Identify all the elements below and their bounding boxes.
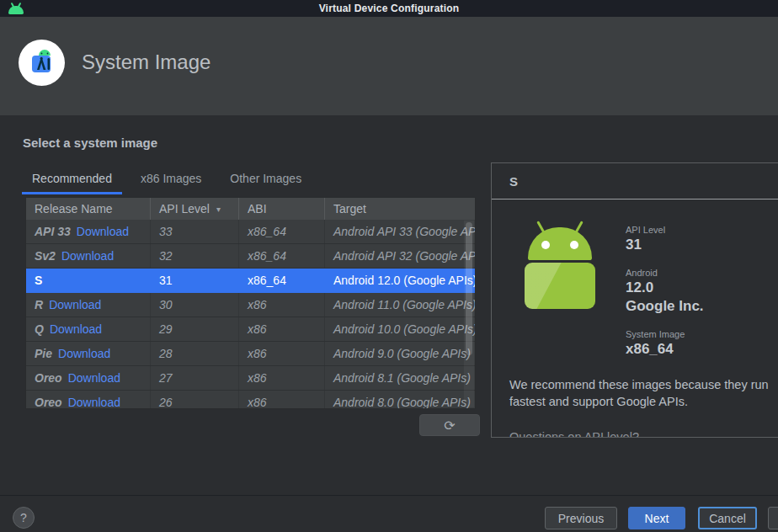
- abi-cell: x86_64: [239, 244, 325, 268]
- download-link[interactable]: Download: [68, 396, 120, 409]
- finish-button-partial[interactable]: [768, 507, 778, 529]
- tab-x86-images[interactable]: x86 Images: [131, 166, 211, 194]
- release-name: Q: [35, 322, 44, 336]
- target-cell: Android 8.0 (Google APIs): [325, 391, 475, 409]
- system-image-table: Release Name API Level ▾ ABI Target API …: [25, 197, 476, 409]
- details-info: API Level 31 Android 12.0 Google Inc. Sy…: [626, 225, 704, 358]
- download-link[interactable]: Download: [49, 298, 101, 311]
- tab-bar: Recommended x86 Images Other Images: [22, 166, 320, 194]
- table-row[interactable]: OreoDownload 26 x86 Android 8.0 (Google …: [26, 391, 475, 409]
- titlebar: Virtual Device Configuration: [0, 0, 778, 17]
- help-button[interactable]: ?: [13, 507, 35, 529]
- abi-cell: x86: [239, 366, 325, 390]
- release-name: Sv2: [35, 249, 56, 263]
- api-level-cell: 31: [151, 269, 239, 292]
- android-robot-icon: [525, 227, 595, 309]
- refresh-icon: ⟳: [444, 418, 455, 434]
- abi-cell: x86: [239, 317, 325, 341]
- api-level-cell: 33: [151, 220, 239, 243]
- col-api-level[interactable]: API Level ▾: [151, 198, 239, 220]
- android-head-icon: [8, 3, 24, 14]
- android-studio-logo-icon: [19, 40, 65, 86]
- release-name: S: [35, 274, 42, 287]
- download-link[interactable]: Download: [61, 249, 114, 263]
- tab-other-images[interactable]: Other Images: [220, 166, 312, 194]
- release-name: Pie: [35, 347, 52, 360]
- table-row[interactable]: QDownload 29 x86 Android 10.0 (Google AP…: [26, 317, 475, 342]
- col-abi[interactable]: ABI: [239, 198, 325, 220]
- tab-recommended[interactable]: Recommended: [22, 166, 122, 194]
- download-link[interactable]: Download: [77, 225, 129, 238]
- details-title: S: [492, 163, 778, 189]
- wizard-header: System Image: [0, 17, 778, 115]
- api-level-label: API Level: [626, 225, 704, 235]
- table-row-selected[interactable]: S 31 x86_64 Android 12.0 (Google APIs): [26, 269, 475, 293]
- refresh-button[interactable]: ⟳: [419, 414, 480, 436]
- table-header-row: Release Name API Level ▾ ABI Target: [26, 198, 475, 220]
- api-level-cell: 26: [151, 391, 239, 409]
- details-panel: S API Level 31 Android 12.0 Google Inc. …: [491, 162, 778, 438]
- recommendation-text: We recommend these images because they r…: [509, 377, 778, 410]
- android-version-value: 12.0: [626, 279, 704, 296]
- cancel-button[interactable]: Cancel: [698, 507, 757, 529]
- android-label: Android: [626, 268, 704, 278]
- table-row[interactable]: PieDownload 28 x86 Android 9.0 (Google A…: [26, 342, 475, 366]
- release-name: R: [35, 298, 43, 311]
- next-button[interactable]: Next: [628, 507, 685, 529]
- target-cell: Android 10.0 (Google APIs): [325, 317, 475, 341]
- system-image-label: System Image: [626, 329, 704, 339]
- api-level-cell: 29: [151, 317, 239, 341]
- question-mark-icon: ?: [20, 511, 27, 524]
- table-row[interactable]: API 33Download 33 x86_64 Android API 33 …: [26, 220, 475, 244]
- target-cell: Android 11.0 (Google APIs): [325, 293, 475, 317]
- target-cell: Android 9.0 (Google APIs): [325, 342, 475, 365]
- window-title: Virtual Device Configuration: [319, 3, 460, 14]
- api-level-value: 31: [626, 237, 704, 253]
- system-image-value: x86_64: [626, 341, 704, 358]
- target-cell: Android API 32 (Google APIs): [325, 244, 475, 268]
- table-scrollbar[interactable]: [464, 221, 474, 407]
- download-link[interactable]: Download: [58, 347, 110, 360]
- vendor-value: Google Inc.: [626, 298, 704, 315]
- target-cell: Android 12.0 (Google APIs): [325, 269, 475, 292]
- api-level-cell: 27: [151, 366, 239, 390]
- table-row[interactable]: Sv2Download 32 x86_64 Android API 32 (Go…: [26, 244, 475, 269]
- api-level-cell: 32: [151, 244, 239, 268]
- abi-cell: x86: [239, 293, 325, 317]
- details-separator: [492, 199, 778, 200]
- previous-button[interactable]: Previous: [545, 507, 617, 529]
- table-row[interactable]: RDownload 30 x86 Android 11.0 (Google AP…: [26, 293, 475, 317]
- section-heading: Select a system image: [23, 136, 157, 150]
- release-name: Oreo: [35, 396, 62, 409]
- sort-desc-icon: ▾: [216, 205, 221, 214]
- target-cell: Android API 33 (Google APIs): [325, 220, 475, 243]
- abi-cell: x86: [239, 391, 325, 409]
- footer-separator: [0, 495, 778, 496]
- col-target[interactable]: Target: [325, 198, 475, 220]
- scrollbar-thumb[interactable]: [466, 222, 472, 355]
- release-name: API 33: [35, 225, 71, 238]
- api-level-cell: 28: [151, 342, 239, 365]
- target-cell: Android 8.1 (Google APIs): [325, 366, 475, 390]
- page-title: System Image: [82, 51, 210, 74]
- abi-cell: x86: [239, 342, 325, 365]
- table-row[interactable]: OreoDownload 27 x86 Android 8.1 (Google …: [26, 366, 475, 391]
- abi-cell: x86_64: [239, 269, 325, 292]
- download-link[interactable]: Download: [68, 371, 120, 385]
- release-name: Oreo: [35, 371, 62, 385]
- download-link[interactable]: Download: [50, 322, 102, 336]
- api-level-help-link[interactable]: Questions on API level?: [509, 430, 639, 438]
- api-level-cell: 30: [151, 293, 239, 317]
- abi-cell: x86_64: [239, 220, 325, 243]
- col-release-name[interactable]: Release Name: [26, 198, 151, 220]
